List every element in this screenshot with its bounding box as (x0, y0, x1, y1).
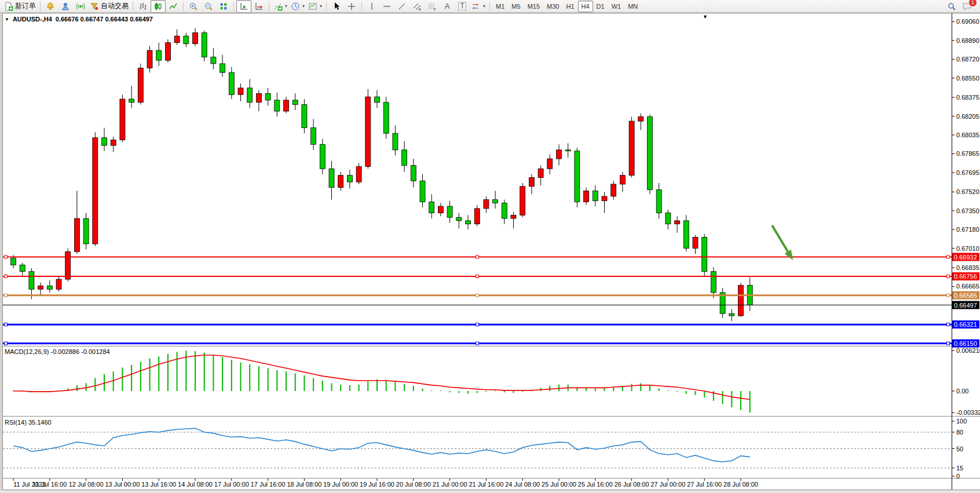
line-handle[interactable] (476, 342, 479, 345)
auto-trading-button[interactable]: 自动交易 (88, 0, 130, 13)
candle (311, 128, 316, 145)
svg-text:19 Jul 16:00: 19 Jul 16:00 (360, 481, 394, 488)
cursor-button[interactable] (329, 0, 344, 13)
candle (338, 176, 343, 188)
chat-button[interactable]: 1 (959, 0, 974, 13)
tab-timeframe-h1[interactable]: H1 (562, 1, 577, 12)
symbol-period-label: AUDUSD-,H4 (13, 16, 52, 23)
templates-button[interactable]: ▾ (306, 0, 324, 13)
candlestick-button[interactable] (151, 0, 166, 13)
tab-timeframe-m30[interactable]: M30 (543, 1, 562, 12)
candle (502, 203, 507, 218)
chevron-down-icon: ▾ (285, 3, 287, 9)
zoom-in-button[interactable] (186, 0, 201, 13)
line-handle[interactable] (476, 275, 479, 278)
bar-chart-button[interactable] (136, 0, 151, 13)
line-handle[interactable] (476, 255, 479, 258)
candle (611, 184, 616, 196)
separator (183, 2, 184, 11)
candle (529, 177, 534, 186)
candle (520, 187, 525, 216)
crosshair-button[interactable] (344, 0, 359, 13)
periods-button[interactable]: ▾ (289, 0, 306, 13)
text-icon: A (445, 2, 450, 10)
zoom-out-button[interactable] (201, 0, 216, 13)
svg-text:17 Jul 16:00: 17 Jul 16:00 (251, 481, 286, 488)
horizontal-line-button[interactable] (379, 0, 394, 13)
candle (220, 64, 225, 72)
signal-button[interactable] (73, 0, 88, 13)
svg-text:14 Jul 08:00: 14 Jul 08:00 (178, 481, 213, 488)
line-handle[interactable] (947, 294, 950, 297)
separator (133, 2, 133, 11)
tab-timeframe-d1[interactable]: D1 (593, 1, 608, 12)
text-label-button[interactable]: T (455, 0, 470, 13)
svg-text:12 Jul 08:00: 12 Jul 08:00 (69, 481, 104, 488)
chart-shift-button[interactable] (251, 0, 266, 13)
candle (129, 99, 134, 103)
line-handle[interactable] (476, 294, 479, 297)
candle (711, 272, 716, 293)
chart-canvas[interactable]: 0.690600.688900.687200.685500.683750.682… (0, 0, 980, 493)
arrows-tool-button[interactable]: ▾ (470, 0, 487, 13)
price-axis[interactable]: 0.690600.688900.687200.685500.683750.682… (952, 18, 979, 290)
tile-windows-button[interactable] (216, 0, 231, 13)
channel-button[interactable]: E (409, 0, 425, 13)
candle (29, 272, 34, 290)
new-order-button[interactable]: 新订单 (2, 0, 38, 13)
svg-text:0.68035: 0.68035 (956, 132, 979, 138)
new-order-label: 新订单 (15, 1, 36, 11)
tab-timeframe-m15[interactable]: M15 (524, 1, 543, 12)
line-chart-button[interactable] (166, 0, 181, 13)
alerts-button[interactable] (43, 0, 58, 13)
tab-timeframe-h4[interactable]: H4 (578, 1, 593, 12)
candle (584, 191, 589, 202)
candle (375, 97, 380, 103)
candle (365, 97, 371, 166)
candle (229, 72, 234, 94)
tab-timeframe-m1[interactable]: M1 (492, 1, 508, 12)
title-dropdown-icon[interactable]: ▼ (5, 17, 9, 22)
horizontal-lines[interactable]: 0.669320.667560.665850.664970.663210.661… (3, 253, 979, 348)
candle (665, 213, 671, 224)
tab-timeframe-m5[interactable]: M5 (508, 1, 524, 12)
svg-text:21 Jul 00:00: 21 Jul 00:00 (433, 481, 467, 488)
profile-button[interactable] (58, 0, 73, 13)
line-handle[interactable] (5, 294, 8, 297)
tab-timeframe-w1[interactable]: W1 (608, 1, 625, 12)
indicators-button[interactable]: ▾ (272, 0, 289, 13)
line-handle[interactable] (947, 275, 950, 278)
candle (275, 100, 280, 111)
svg-text:0.66321: 0.66321 (954, 321, 977, 328)
time-axis[interactable]: 11 Jul 202311 Jul 16:0012 Jul 08:0013 Ju… (13, 479, 758, 488)
line-handle[interactable] (947, 255, 950, 258)
search-icon (947, 2, 956, 11)
svg-text:100: 100 (956, 418, 967, 425)
line-handle[interactable] (5, 275, 8, 278)
line-handle[interactable] (5, 255, 8, 258)
trendline-button[interactable] (394, 0, 409, 13)
line-handle[interactable] (947, 323, 950, 326)
line-handle[interactable] (5, 342, 8, 345)
fibonacci-button[interactable]: F (425, 0, 440, 13)
vertical-line-button[interactable] (364, 0, 379, 13)
tab-timeframe-mn[interactable]: MN (624, 1, 641, 12)
svg-text:27 Jul 00:00: 27 Jul 00:00 (650, 481, 685, 488)
candle (174, 36, 180, 42)
candle (702, 238, 707, 272)
line-handle[interactable] (947, 342, 950, 345)
candle (247, 88, 253, 103)
text-label-icon: T (458, 2, 466, 10)
candle (656, 189, 661, 213)
chevron-down-icon: ▾ (320, 3, 322, 9)
chart-collapse-icon[interactable]: ▼ (703, 14, 708, 20)
svg-text:0.66835: 0.66835 (956, 264, 979, 271)
text-tool-button[interactable]: A (440, 0, 455, 13)
auto-scroll-button[interactable] (236, 0, 251, 13)
channel-icon: E (412, 2, 422, 11)
sell-arrow-annotation[interactable] (772, 225, 793, 260)
search-button[interactable] (944, 0, 959, 13)
autotrade-icon (90, 2, 99, 11)
line-handle[interactable] (5, 323, 8, 326)
line-handle[interactable] (476, 323, 479, 326)
